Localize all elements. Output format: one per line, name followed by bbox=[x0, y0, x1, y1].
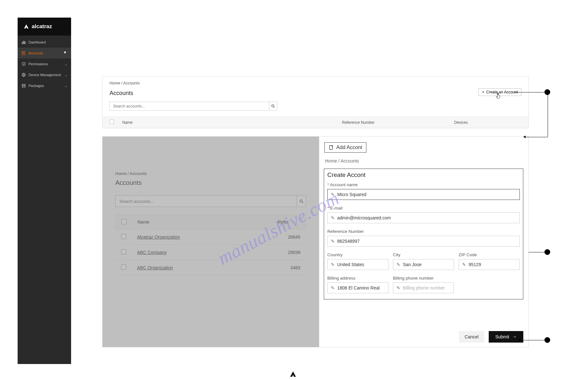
email-value: admin@microsquared.com bbox=[337, 215, 391, 220]
breadcrumb-current: Accounts bbox=[340, 158, 359, 163]
sidebar-item-label: Permissions bbox=[29, 62, 48, 66]
billing-address-input[interactable]: ✎ 1808 El Camino Real bbox=[327, 282, 388, 293]
annotation-arrow-icon bbox=[523, 136, 526, 138]
search-button[interactable] bbox=[269, 102, 277, 111]
sidebar-item-permissions[interactable]: Permissions ⌄ bbox=[18, 59, 71, 69]
svg-point-10 bbox=[272, 105, 274, 107]
add-account-label: Add Accont bbox=[336, 145, 362, 150]
edit-icon: ✎ bbox=[331, 215, 335, 220]
sidebar-item-label: Device Management bbox=[29, 73, 61, 77]
tap-cursor-icon bbox=[63, 50, 70, 57]
search-icon bbox=[271, 104, 275, 108]
annotation-dot bbox=[544, 249, 550, 255]
country-label: Country bbox=[327, 252, 388, 257]
account-name-label: Account name bbox=[327, 182, 520, 187]
breadcrumb: Home / Accounts bbox=[110, 81, 521, 85]
country-input[interactable]: ✎ United States bbox=[327, 259, 388, 270]
arrow-right-icon bbox=[512, 334, 517, 339]
svg-point-5 bbox=[23, 74, 24, 75]
sidebar: alcatraz Dashboard Accounts Permissions … bbox=[18, 18, 71, 364]
edit-icon: ✎ bbox=[396, 262, 400, 267]
reference-input[interactable]: ✎ 862548997 bbox=[327, 236, 520, 247]
select-all-checkbox[interactable] bbox=[110, 120, 114, 124]
account-name-input[interactable]: ✎ Micro Squared bbox=[327, 189, 520, 200]
annotation-arrow-icon bbox=[518, 339, 520, 341]
tap-cursor-icon bbox=[495, 92, 502, 99]
sidebar-item-accounts[interactable]: Accounts bbox=[18, 48, 71, 59]
accounts-panel: Home / Accounts Accounts + Create an Acc… bbox=[102, 76, 529, 128]
search-input[interactable] bbox=[110, 102, 269, 111]
country-value: United States bbox=[337, 262, 364, 267]
annotation-line bbox=[548, 92, 548, 137]
chevron-down-icon: ⌄ bbox=[65, 73, 67, 77]
billing-phone-input[interactable]: ✎ Billing phone number bbox=[393, 282, 454, 293]
annotation-line bbox=[514, 92, 544, 92]
edit-icon: ✎ bbox=[462, 262, 466, 267]
create-account-drawer: Add Accont Home / Accounts Create Accont… bbox=[319, 136, 529, 347]
svg-line-11 bbox=[274, 107, 274, 107]
sidebar-item-label: Dashboard bbox=[29, 40, 46, 44]
chevron-down-icon: ⌄ bbox=[65, 84, 67, 88]
column-name: Name bbox=[122, 120, 342, 125]
annotation-line bbox=[528, 252, 544, 252]
edit-icon: ✎ bbox=[331, 285, 335, 290]
brand-logo-icon bbox=[23, 24, 29, 29]
city-input[interactable]: ✎ San Jose bbox=[393, 259, 454, 270]
edit-icon: ✎ bbox=[331, 262, 335, 267]
sidebar-nav: Dashboard Accounts Permissions ⌄ Device … bbox=[18, 36, 71, 91]
annotation-dot bbox=[544, 89, 550, 95]
add-account-badge: Add Accont bbox=[324, 142, 366, 153]
breadcrumb-home[interactable]: Home bbox=[325, 158, 337, 163]
annotation-line bbox=[525, 137, 548, 137]
page-title: Accounts bbox=[110, 90, 133, 97]
create-account-label: Create an Account bbox=[486, 90, 518, 94]
create-account-form: Create Accont Account name ✎ Micro Squar… bbox=[324, 169, 523, 299]
svg-rect-6 bbox=[22, 84, 25, 87]
zip-input[interactable]: ✎ 95129 bbox=[459, 259, 520, 270]
chevron-down-icon: ⌄ bbox=[65, 62, 67, 66]
sidebar-item-label: Accounts bbox=[29, 51, 43, 55]
zip-label: ZIP Code bbox=[459, 252, 520, 257]
edit-icon: ✎ bbox=[331, 239, 335, 244]
sidebar-item-device-management[interactable]: Device Management ⌄ bbox=[18, 69, 71, 80]
plus-icon: + bbox=[482, 90, 484, 94]
sidebar-header: alcatraz bbox=[18, 18, 71, 36]
cancel-button[interactable]: Cancel bbox=[459, 331, 485, 343]
annotation-line bbox=[520, 340, 544, 340]
account-name-value: Micro Squared bbox=[337, 192, 366, 197]
breadcrumb-home[interactable]: Home bbox=[110, 81, 120, 85]
edit-icon: ✎ bbox=[396, 285, 400, 290]
zip-value: 95129 bbox=[469, 262, 481, 267]
sidebar-item-dashboard[interactable]: Dashboard bbox=[18, 37, 71, 48]
brand-name: alcatraz bbox=[32, 23, 52, 30]
billing-phone-label: Billing phone number bbox=[393, 276, 454, 281]
sidebar-item-packages[interactable]: Packages ⌄ bbox=[18, 80, 71, 91]
form-title: Create Accont bbox=[327, 171, 520, 178]
reference-label: Reference Number bbox=[327, 229, 520, 234]
city-label: City bbox=[393, 252, 454, 257]
search-wrap bbox=[110, 102, 521, 111]
svg-rect-0 bbox=[22, 42, 23, 44]
email-label: E-mail bbox=[327, 206, 520, 210]
table-head: Name Reference Number Devices bbox=[102, 116, 528, 128]
dim-overlay bbox=[102, 137, 319, 347]
edit-icon: ✎ bbox=[331, 192, 335, 197]
accounts-modal-area: Home / Accounts Accounts Name Refer Alca… bbox=[102, 136, 529, 347]
annotation-dot bbox=[544, 337, 550, 343]
billing-address-label: Billing address bbox=[327, 276, 388, 281]
billing-address-value: 1808 El Camino Real bbox=[337, 285, 380, 290]
breadcrumb: Home / Accounts bbox=[325, 158, 359, 163]
submit-label: Submit bbox=[495, 334, 509, 339]
email-input[interactable]: ✎ admin@microsquared.com bbox=[327, 212, 520, 223]
billing-phone-placeholder: Billing phone number bbox=[403, 285, 445, 290]
reference-value: 862548997 bbox=[337, 239, 360, 244]
column-devices: Devices bbox=[454, 120, 521, 125]
city-value: San Jose bbox=[403, 262, 421, 267]
svg-rect-2 bbox=[25, 42, 25, 44]
add-account-icon bbox=[329, 145, 334, 150]
svg-rect-1 bbox=[23, 41, 24, 44]
column-reference: Reference Number bbox=[342, 120, 454, 125]
form-actions: Cancel Submit bbox=[459, 331, 523, 343]
sidebar-item-label: Packages bbox=[29, 84, 44, 88]
breadcrumb-current: Accounts bbox=[123, 81, 140, 85]
